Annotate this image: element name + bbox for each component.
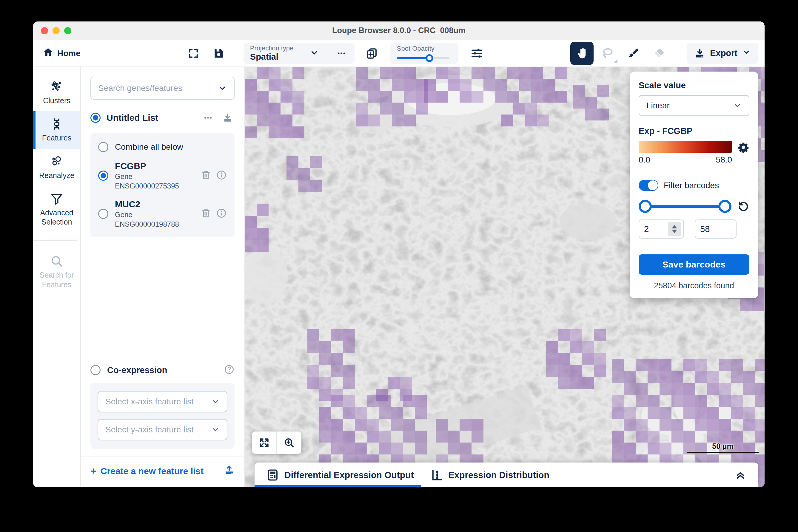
hand-icon (576, 47, 588, 60)
info-icon (216, 208, 227, 218)
sidebar-label: Reanalyze (39, 171, 74, 180)
stepper-control[interactable] (668, 222, 681, 236)
duplicate-window-icon (366, 47, 378, 60)
coexpression-help-button[interactable] (224, 364, 235, 376)
coexpression-controls: Select x-axis feature list Select y-axis… (90, 383, 235, 449)
untitled-list-radio[interactable] (90, 113, 101, 123)
ellipsis-icon (203, 113, 213, 122)
delete-feature-button[interactable] (201, 170, 211, 182)
new-window-button[interactable] (363, 45, 380, 62)
gradient-column: 0.0 58.0 (639, 141, 732, 165)
export-button[interactable]: Export (687, 43, 758, 64)
color-settings-button[interactable] (738, 141, 749, 154)
tab-differential-expression-output[interactable]: Differential Expression Output (267, 462, 421, 487)
scale-bar: 50 µm (687, 442, 759, 453)
search-genes-dropdown[interactable]: Search genes/features (90, 77, 235, 100)
panel-spacer (90, 238, 235, 356)
funnel-icon (50, 192, 64, 206)
combine-all-radio[interactable] (98, 142, 108, 152)
save-barcodes-button[interactable]: Save barcodes (639, 254, 749, 274)
list-more-button[interactable] (201, 111, 215, 125)
range-track (641, 205, 729, 208)
feature-name: FCGBP (115, 161, 194, 171)
sidebar-item-search-for-features[interactable]: Search for Features (33, 248, 80, 295)
main-content: Clusters Features Reanalyze (33, 67, 765, 487)
lasso-tool-button[interactable] (596, 42, 619, 65)
gradient-min: 0.0 (639, 155, 650, 165)
combine-all-label: Combine all below (115, 142, 183, 152)
viewer-zoom-controls (252, 432, 302, 454)
reset-range-button[interactable] (738, 200, 749, 213)
toggle-knob (648, 180, 658, 190)
spot-opacity-control: Spot Opacity (391, 43, 458, 64)
sidebar-label: Search for Features (35, 270, 78, 289)
feature-name: MUC2 (115, 199, 194, 209)
import-list-button[interactable] (224, 464, 235, 477)
coexpression-radio[interactable] (90, 365, 101, 375)
feature-radio[interactable] (98, 209, 108, 219)
sidebar-item-clusters[interactable]: Clusters (33, 74, 80, 111)
sidebar-item-features[interactable]: Features (33, 111, 80, 149)
search-icon (50, 254, 64, 268)
feature-info-button[interactable] (216, 208, 227, 220)
feature-row-muc2[interactable]: MUC2 Gene ENSG00000198788 (98, 199, 227, 228)
projection-more-button[interactable] (335, 45, 348, 62)
save-button[interactable] (210, 45, 227, 62)
upload-icon (224, 464, 235, 475)
sidebar-label: Clusters (43, 96, 70, 105)
bottom-drawer: Differential Expression Output Expressio… (255, 462, 758, 487)
feature-list-header: Untitled List (90, 111, 235, 125)
feature-radio[interactable] (98, 171, 108, 181)
range-handle-max[interactable] (718, 200, 731, 213)
filter-barcodes-toggle[interactable] (639, 180, 658, 191)
collapse-drawer-button[interactable] (734, 469, 746, 481)
feature-list-name: Untitled List (107, 113, 195, 123)
fit-view-button[interactable] (252, 432, 277, 454)
scale-type-dropdown[interactable]: Linear (639, 95, 749, 116)
tab-label: Differential Expression Output (285, 470, 414, 480)
pan-tool-button[interactable] (570, 42, 594, 65)
home-button[interactable]: Home (43, 47, 80, 59)
brush-tool-button[interactable] (622, 42, 645, 65)
x-axis-feature-dropdown[interactable]: Select x-axis feature list (97, 391, 228, 413)
projection-type-value: Spatial (250, 52, 294, 62)
feature-actions (201, 170, 227, 182)
list-download-button[interactable] (221, 111, 235, 125)
delete-feature-button[interactable] (201, 208, 211, 220)
scale-value-panel: Scale value Linear Exp - FCGBP 0.0 58.0 (630, 72, 758, 298)
question-icon (224, 364, 235, 375)
ellipsis-icon (337, 49, 346, 58)
combine-all-row[interactable]: Combine all below (98, 142, 227, 152)
feature-type: Gene (115, 211, 194, 219)
view-settings-button[interactable] (469, 45, 485, 62)
expand-icon (258, 437, 270, 449)
chevron-down-icon (310, 48, 319, 58)
x-axis-placeholder: Select x-axis feature list (105, 397, 194, 406)
clusters-icon (50, 80, 64, 94)
lasso-icon (601, 47, 614, 60)
spot-opacity-slider[interactable] (397, 54, 450, 62)
projection-type-dropdown[interactable]: Projection type Spatial (243, 43, 355, 64)
reanalyze-icon (50, 155, 64, 169)
spatial-viewer[interactable]: Scale value Linear Exp - FCGBP 0.0 58.0 (245, 67, 765, 487)
create-feature-list-button[interactable]: + Create a new feature list (90, 464, 235, 477)
scale-bar-label: 50 µm (687, 442, 759, 451)
barcode-range-slider[interactable] (639, 200, 731, 213)
zoom-in-button[interactable] (277, 432, 302, 454)
divider (630, 172, 758, 172)
tab-expression-distribution[interactable]: Expression Distribution (430, 462, 557, 487)
sidebar-item-advanced-selection[interactable]: Advanced Selection (33, 186, 80, 233)
range-handle-min[interactable] (639, 200, 652, 213)
max-value-input[interactable] (695, 224, 733, 234)
min-value-input[interactable] (639, 224, 668, 234)
slider-handle[interactable] (425, 54, 433, 62)
distribution-icon (430, 469, 443, 481)
trash-icon (201, 208, 211, 218)
eraser-tool-button[interactable] (647, 42, 671, 65)
fullscreen-button[interactable] (185, 45, 202, 62)
y-axis-feature-dropdown[interactable]: Select y-axis feature list (97, 419, 228, 440)
feature-info-button[interactable] (216, 170, 227, 182)
coexpression-header: Co-expression (90, 364, 235, 376)
sidebar-item-reanalyze[interactable]: Reanalyze (33, 149, 80, 186)
feature-row-fcgbp[interactable]: FCGBP Gene ENSG00000275395 (98, 161, 227, 190)
